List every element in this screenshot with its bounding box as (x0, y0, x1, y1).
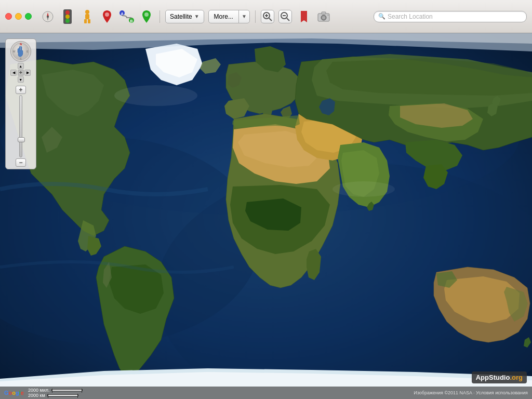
svg-point-35 (114, 85, 197, 106)
nav-center-button[interactable]: ✛ (18, 70, 24, 76)
window-controls (5, 13, 32, 20)
svg-point-28 (322, 16, 325, 19)
scale-miles-line: 2000 мил. (28, 388, 83, 393)
svg-rect-10 (84, 19, 87, 23)
nav-up-button[interactable]: ▲ (18, 63, 24, 69)
map-type-arrow-icon: ▼ (194, 14, 200, 19)
svg-text:B: B (130, 19, 132, 23)
search-icon: 🔍 (378, 13, 385, 20)
bookmark-button[interactable] (296, 9, 312, 24)
zoom-slider-container: + − (16, 86, 26, 167)
appstudio-label: AppStudio (476, 374, 510, 381)
svg-text:N: N (20, 43, 22, 46)
snapshot-button[interactable] (316, 9, 331, 24)
scale-km-line: 2000 км (28, 393, 83, 398)
scale-km-text: 2000 км (28, 393, 45, 398)
more-button-group[interactable]: More... ▼ (208, 10, 250, 23)
svg-text:A: A (121, 12, 123, 16)
more-button-main[interactable]: More... (209, 10, 239, 23)
svg-rect-9 (85, 14, 89, 19)
svg-rect-30 (327, 15, 329, 16)
svg-point-36 (332, 181, 395, 197)
zoom-slider-thumb[interactable] (18, 137, 25, 142)
zoom-slider-minus-button[interactable]: − (16, 158, 26, 167)
pin-red-button[interactable] (99, 9, 115, 24)
nav-right-button[interactable]: ▶ (24, 70, 31, 76)
route-button[interactable]: A B (119, 9, 135, 24)
scale-miles-text: 2000 мил. (28, 388, 50, 393)
svg-point-8 (85, 10, 89, 14)
nav-left-button[interactable]: ◀ (10, 70, 17, 76)
compass-button[interactable]: N S W E (10, 41, 31, 62)
search-input[interactable] (388, 13, 522, 20)
svg-rect-11 (88, 19, 90, 23)
search-box[interactable]: 🔍 (374, 11, 527, 22)
minimize-button[interactable] (15, 13, 22, 20)
more-button-arrow[interactable]: ▼ (239, 10, 249, 23)
separator-2 (255, 10, 256, 23)
appstudio-suffix: .org (510, 374, 523, 381)
navigation-control: N S W E ▲ ◀ ✛ ▶ ▼ + − (5, 38, 36, 169)
pin-green-button[interactable] (139, 9, 154, 24)
nav-down-button[interactable]: ▼ (18, 76, 24, 83)
svg-point-6 (65, 15, 70, 19)
scale-rule-miles (51, 389, 83, 391)
svg-text:W: W (13, 50, 16, 53)
separator-1 (159, 10, 160, 23)
map-svg (0, 33, 532, 399)
bottom-bar: Google 2000 мил. 2000 км Изображения ©20… (0, 387, 532, 399)
svg-line-24 (287, 18, 289, 21)
map-area[interactable]: N S W E ▲ ◀ ✛ ▶ ▼ + − App (0, 33, 532, 399)
titlebar: A B Satellite ▼ More... ▼ (0, 0, 532, 33)
svg-point-5 (65, 10, 70, 15)
zoom-in-button[interactable] (261, 10, 274, 23)
zoom-slider-plus-button[interactable]: + (16, 86, 26, 94)
google-logo: Google (4, 390, 24, 396)
svg-point-12 (105, 12, 109, 17)
zoom-slider-track[interactable] (19, 95, 22, 157)
svg-point-7 (65, 19, 70, 23)
copyright-text: Изображения ©2011 NASA · Условия использ… (414, 390, 528, 395)
svg-point-17 (144, 12, 149, 17)
svg-line-21 (269, 18, 272, 21)
map-type-label: Satellite (170, 13, 192, 20)
pegman-button[interactable] (79, 9, 95, 24)
scale-bar: 2000 мил. 2000 км (28, 388, 83, 398)
compass-tool-button[interactable] (40, 9, 56, 24)
maximize-button[interactable] (25, 13, 32, 20)
close-button[interactable] (5, 13, 12, 20)
scale-rule-km (47, 394, 78, 396)
zoom-out-button[interactable] (278, 10, 292, 23)
map-type-dropdown[interactable]: Satellite ▼ (165, 10, 204, 23)
traffic-button[interactable] (60, 9, 75, 24)
directional-arrows: ▲ ◀ ✛ ▶ ▼ (10, 63, 31, 83)
svg-point-3 (47, 16, 49, 18)
appstudio-badge: AppStudio.org (472, 371, 527, 383)
svg-rect-29 (322, 12, 326, 14)
